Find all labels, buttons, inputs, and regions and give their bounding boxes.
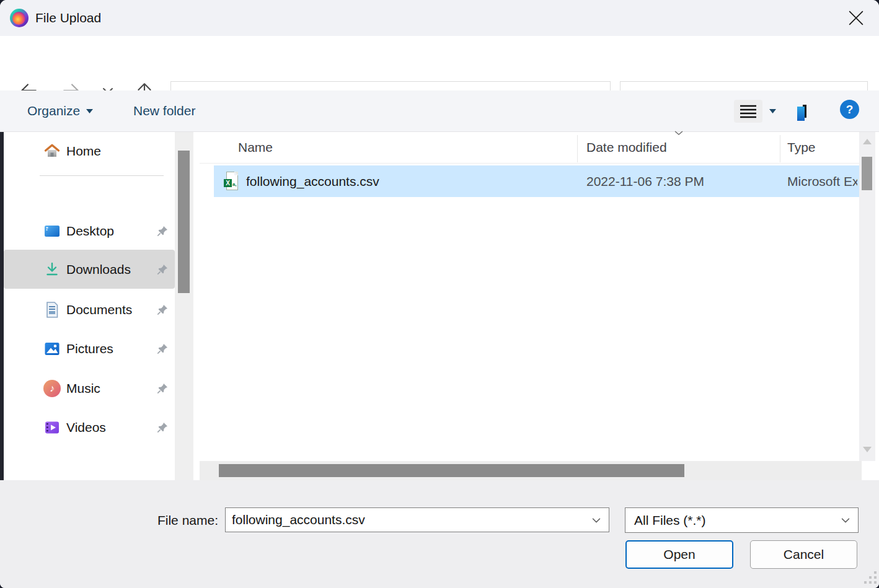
open-button[interactable]: Open <box>625 540 733 569</box>
sidebar-item-pictures[interactable]: Pictures <box>4 336 175 362</box>
pin-icon <box>156 421 169 434</box>
pin-icon <box>156 382 169 395</box>
sidebar-item-label: Desktop <box>66 218 114 244</box>
header-separator <box>200 163 862 164</box>
file-type-select[interactable]: All Files (*.*) <box>625 507 859 533</box>
command-toolbar: Organize New folder ? <box>0 90 879 132</box>
sidebar-item-videos[interactable]: Videos <box>4 415 175 441</box>
sidebar-divider <box>40 175 164 176</box>
excel-letter-glyph: X <box>226 180 230 186</box>
sidebar-scrollbar-thumb[interactable] <box>178 151 190 293</box>
column-header-name[interactable]: Name <box>238 132 273 163</box>
pictures-icon <box>43 340 61 358</box>
column-header-type[interactable]: Type <box>787 132 816 163</box>
sidebar-item-home[interactable]: Home <box>4 138 175 164</box>
chevron-down-icon[interactable] <box>590 514 603 527</box>
sidebar-item-label: Documents <box>66 297 132 323</box>
sidebar: Home Desktop Downloads <box>4 132 175 480</box>
file-date-cell: 2022-11-06 7:38 PM <box>586 165 704 197</box>
excel-csv-icon: X a, <box>224 172 239 191</box>
sidebar-item-documents[interactable]: Documents <box>4 297 175 323</box>
sidebar-item-music[interactable]: ♪ Music <box>4 375 175 402</box>
music-icon: ♪ <box>43 380 61 397</box>
organize-button[interactable]: Organize <box>24 90 97 131</box>
footer-panel: File name: All Files (*.*) Open Cancel <box>0 480 879 588</box>
view-mode-dropdown-button[interactable] <box>764 100 780 123</box>
vertical-scrollbar[interactable] <box>859 132 875 461</box>
sidebar-item-desktop[interactable]: Desktop <box>4 218 175 244</box>
home-icon <box>43 143 61 160</box>
downloads-icon <box>43 261 61 278</box>
pin-icon <box>156 303 169 317</box>
close-icon <box>848 10 864 26</box>
pin-icon <box>156 263 169 276</box>
resize-grip[interactable] <box>862 569 877 584</box>
preview-pane-icon <box>803 105 806 118</box>
column-divider[interactable] <box>577 135 578 162</box>
sidebar-scrollbar[interactable] <box>175 132 193 480</box>
help-icon: ? <box>846 103 854 116</box>
list-view-icon <box>740 105 756 118</box>
file-name-cell: following_accounts.csv <box>246 165 379 197</box>
file-type-cell: Microsoft Excel Comma Separated Values F… <box>787 165 857 197</box>
new-folder-button[interactable]: New folder <box>130 90 199 131</box>
documents-icon <box>43 301 61 318</box>
sidebar-item-label: Music <box>66 375 100 402</box>
vertical-scrollbar-thumb[interactable] <box>862 157 872 190</box>
file-list: Name Date modified Type X a, following_a… <box>193 132 879 480</box>
column-divider[interactable] <box>780 135 780 162</box>
file-type-value: All Files (*.*) <box>634 508 706 532</box>
preview-pane-button[interactable] <box>794 102 815 121</box>
scroll-down-arrow[interactable] <box>863 447 872 452</box>
organize-label: Organize <box>27 103 80 118</box>
horizontal-scrollbar-thumb[interactable] <box>219 464 684 477</box>
chevron-down-icon <box>839 514 852 527</box>
file-name-label: File name: <box>0 507 218 533</box>
horizontal-scrollbar[interactable] <box>200 461 862 480</box>
view-mode-button[interactable] <box>734 100 762 123</box>
window-title: File Upload <box>35 0 101 36</box>
sidebar-item-label: Downloads <box>66 250 131 289</box>
file-upload-dialog: File Upload <box>0 0 879 588</box>
new-folder-label: New folder <box>133 103 195 118</box>
cancel-button[interactable]: Cancel <box>750 540 857 569</box>
table-row-selected[interactable]: X a, following_accounts.csv 2022-11-06 7… <box>214 165 859 197</box>
pin-icon <box>156 342 169 356</box>
file-name-input[interactable] <box>226 508 585 532</box>
sidebar-item-label: Pictures <box>66 336 113 362</box>
file-name-combobox <box>225 507 609 532</box>
scroll-up-arrow[interactable] <box>863 139 872 144</box>
music-note-glyph: ♪ <box>50 383 55 394</box>
caret-down-icon <box>769 109 776 113</box>
firefox-icon <box>10 9 29 27</box>
help-button[interactable]: ? <box>840 100 859 119</box>
column-header-date-modified[interactable]: Date modified <box>586 132 667 163</box>
caret-down-icon <box>86 109 93 113</box>
videos-icon <box>43 419 61 436</box>
pin-icon <box>156 224 169 238</box>
sidebar-item-downloads[interactable]: Downloads <box>4 250 175 289</box>
titlebar: File Upload <box>0 0 879 36</box>
excel-sub-glyph: a, <box>232 182 237 187</box>
navigation-bar: Downloads <box>0 36 879 90</box>
sidebar-item-label: Videos <box>66 415 106 441</box>
close-button[interactable] <box>842 4 870 32</box>
sort-indicator-icon <box>674 130 684 136</box>
desktop-icon <box>43 222 61 240</box>
sidebar-item-label: Home <box>66 138 101 164</box>
